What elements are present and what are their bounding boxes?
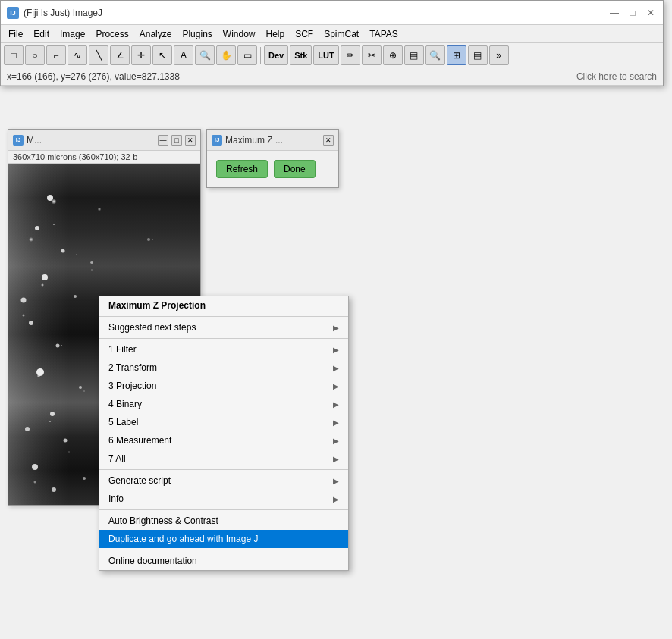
coordinates-display: x=166 (166), y=276 (276), value=827.1338 (7, 71, 180, 82)
ctx-separator-5 (99, 550, 348, 550)
svg-point-3 (42, 274, 48, 280)
refresh-button[interactable]: Refresh (216, 160, 268, 178)
status-bar: x=166 (166), y=276 (276), value=827.1338… (1, 67, 663, 86)
tool-eraser[interactable]: ✂ (362, 45, 382, 65)
menu-image[interactable]: Image (55, 27, 89, 41)
svg-point-23 (52, 487, 56, 492)
image-window-title-left: IJ M... (13, 135, 42, 146)
svg-point-11 (32, 464, 38, 470)
tool-lut[interactable]: LUT (313, 45, 338, 65)
tool-stk[interactable]: Stk (290, 45, 312, 65)
ctx-item-auto-brightness[interactable]: Auto Brightness & Contrast (99, 512, 348, 530)
svg-point-4 (74, 295, 77, 298)
image-minimize-button[interactable]: — (158, 135, 168, 146)
tool-dev[interactable]: Dev (264, 45, 288, 65)
image-info: 360x710 microns (360x710); 32-b (8, 151, 200, 164)
svg-point-2 (61, 249, 65, 253)
svg-point-1 (35, 226, 39, 230)
ctx-arrow-generate-script: ▶ (333, 477, 339, 485)
svg-point-12 (90, 261, 93, 264)
menu-file[interactable]: File (4, 27, 27, 41)
svg-point-0 (47, 195, 53, 201)
svg-point-10 (64, 439, 68, 443)
ctx-arrow-measurement: ▶ (333, 437, 339, 445)
close-button[interactable]: ✕ (645, 7, 657, 19)
ctx-item-label[interactable]: 5 Label ▶ (99, 413, 348, 431)
ctx-item-all[interactable]: 7 All ▶ (99, 449, 348, 468)
tool-angle[interactable]: ∠ (110, 45, 130, 65)
image-close-button[interactable]: ✕ (185, 135, 196, 146)
ctx-arrow-info: ▶ (333, 495, 339, 503)
ctx-arrow-projection: ▶ (333, 382, 339, 390)
ctx-arrow-binary: ▶ (333, 400, 339, 409)
ctx-item-suggested[interactable]: Suggested next steps ▶ (99, 318, 348, 337)
menu-analyze[interactable]: Analyze (135, 27, 177, 41)
ctx-item-info[interactable]: Info ▶ (99, 490, 348, 508)
ctx-item-generate-script[interactable]: Generate script ▶ (99, 471, 348, 490)
ctx-item-binary[interactable]: 4 Binary ▶ (99, 395, 348, 413)
maximize-button[interactable]: □ (626, 7, 639, 19)
svg-point-7 (36, 368, 44, 376)
title-bar: IJ (Fiji Is Just) ImageJ — □ ✕ (1, 1, 663, 25)
menu-scf[interactable]: SCF (290, 27, 318, 41)
image-window-title-text: M... (27, 135, 42, 146)
tool-pan[interactable]: ✋ (216, 45, 236, 65)
search-hint[interactable]: Click here to search (576, 71, 657, 82)
menu-plugins[interactable]: Plugins (177, 27, 216, 41)
tool-rectangle[interactable]: □ (4, 45, 24, 65)
ctx-arrow-all: ▶ (333, 455, 339, 463)
image-window-controls: — □ ✕ (158, 135, 196, 146)
context-menu: Maximum Z Projection Suggested next step… (99, 296, 349, 571)
app-title: (Fiji Is Just) ImageJ (24, 8, 102, 18)
tool-line[interactable]: ╲ (89, 45, 108, 65)
maxz-close-button[interactable]: ✕ (323, 135, 334, 146)
tool-pencil[interactable]: ✏ (341, 45, 360, 65)
tool-color[interactable]: ⊕ (383, 45, 403, 65)
tool-threshold[interactable]: ▤ (404, 45, 424, 65)
svg-point-18 (21, 298, 27, 303)
ctx-arrow-filter: ▶ (333, 346, 339, 354)
ctx-item-projection[interactable]: 3 Projection ▶ (99, 377, 348, 395)
ctx-item-filter[interactable]: 1 Filter ▶ (99, 340, 348, 359)
tool-crosshair[interactable]: ⊞ (447, 45, 466, 65)
menu-spimcat[interactable]: SpimCat (319, 27, 363, 41)
tool-wand[interactable]: ↖ (152, 45, 172, 65)
tool-more[interactable]: » (489, 45, 509, 65)
tool-text[interactable]: A (174, 45, 193, 65)
ctx-item-max-z[interactable]: Maximum Z Projection (99, 296, 348, 315)
maxz-content: Refresh Done (207, 151, 338, 187)
menu-tapas[interactable]: TAPAS (365, 27, 403, 41)
app-icon: IJ (7, 7, 19, 19)
menu-edit[interactable]: Edit (29, 27, 54, 41)
image-maximize-button[interactable]: □ (171, 135, 182, 146)
tool-magnify[interactable]: 🔍 (425, 45, 445, 65)
maxz-title-left: IJ Maximum Z ... (212, 135, 283, 146)
tool-freehand[interactable]: ∿ (68, 45, 87, 65)
tool-grid[interactable]: ▤ (468, 45, 488, 65)
tool-select[interactable]: ▭ (237, 45, 257, 65)
maxz-icon: IJ (212, 135, 222, 146)
menu-window[interactable]: Window (218, 27, 260, 41)
ctx-item-duplicate[interactable]: Duplicate and go ahead with Image J (99, 530, 348, 548)
ctx-arrow-suggested: ▶ (333, 324, 339, 332)
main-window: IJ (Fiji Is Just) ImageJ — □ ✕ File Edit… (0, 0, 664, 86)
minimize-button[interactable]: — (608, 7, 620, 19)
menu-help[interactable]: Help (262, 27, 290, 41)
tool-multipoint[interactable]: ✛ (131, 45, 151, 65)
done-button[interactable]: Done (274, 160, 316, 178)
menu-process[interactable]: Process (91, 27, 133, 41)
maxz-title-text: Maximum Z ... (225, 135, 283, 146)
ctx-item-transform[interactable]: 2 Transform ▶ (99, 359, 348, 377)
svg-rect-20 (8, 164, 61, 505)
tool-zoom[interactable]: 🔍 (195, 45, 215, 65)
ctx-item-measurement[interactable]: 6 Measurement ▶ (99, 431, 348, 449)
ctx-item-online-docs[interactable]: Online documentation (99, 552, 348, 570)
svg-point-9 (50, 412, 55, 416)
ctx-arrow-transform: ▶ (333, 364, 339, 372)
image-window-icon: IJ (13, 135, 24, 146)
window-controls: — □ ✕ (608, 7, 657, 19)
svg-point-24 (83, 477, 86, 480)
image-window-title: IJ M... — □ ✕ (8, 130, 200, 151)
tool-polygon[interactable]: ⌐ (46, 45, 66, 65)
tool-oval[interactable]: ○ (25, 45, 45, 65)
